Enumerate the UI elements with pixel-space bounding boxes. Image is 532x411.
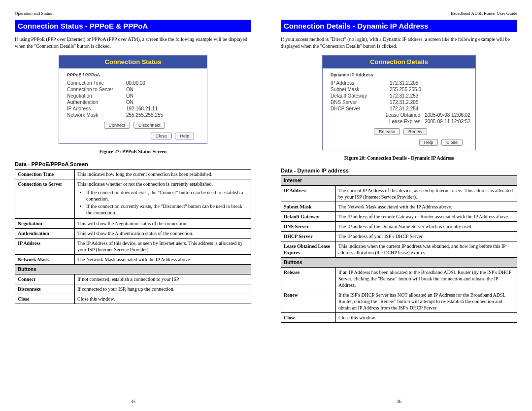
kv-key: Default Gateway — [331, 93, 390, 99]
kv-val: 00:00:00 — [126, 80, 145, 86]
section-cell: Buttons — [281, 258, 517, 268]
panel-btns-row2: Help Close — [331, 139, 470, 146]
table-row: DNS ServerThe IP address of the Domain N… — [281, 222, 517, 232]
table-row: CloseClose this window. — [15, 294, 251, 304]
cell-desc: This will show the Negotiation status of… — [75, 219, 251, 229]
table-row: ReleaseIf an IP Address has been allocat… — [281, 268, 517, 290]
cell-desc: Close this window. — [75, 294, 251, 304]
table-row: Connection to Server This indicates whet… — [15, 179, 251, 219]
section-cell: Buttons — [15, 265, 251, 274]
table-row: NegotiationThis will show the Negotiatio… — [15, 219, 251, 229]
cell-desc: The IP address of your ISP's DHCP Server… — [336, 232, 517, 241]
page-right: Broadband ADSL Router User Guide Connect… — [266, 0, 532, 411]
table-row: Default GatewayThe IP address of the rem… — [281, 212, 517, 222]
kv-row: Network Mask255.255.255.255 — [67, 112, 202, 118]
cell-desc: Close this window. — [336, 313, 517, 323]
kv-row: AuthenticationON — [67, 100, 202, 105]
cell-label: IP Address — [15, 239, 75, 255]
cell-desc: The Network Mask associated with the IP … — [75, 255, 251, 265]
panel-btns-row1: Release Renew — [331, 128, 470, 135]
kv-key: IP Address — [67, 106, 126, 111]
cell-desc: This will show the Authentication status… — [75, 229, 251, 239]
kv-row: IP Address172.31.2.205 — [331, 80, 470, 86]
cell-desc: If not connected, establish a connection… — [75, 274, 251, 284]
kv-val: 172.31.2.205 — [390, 80, 418, 86]
table-row: DHCP ServerThe IP address of your ISP's … — [281, 232, 517, 241]
cell-desc: If an IP Address has been allocated to t… — [336, 268, 517, 290]
document-spread: Operation and Status Connection Status -… — [0, 0, 532, 411]
kv-row: Connection to ServerON — [67, 87, 202, 92]
kv-val: 192.168.21.11 — [126, 106, 158, 111]
cell-desc: This indicates how long the current conn… — [75, 170, 251, 179]
release-button[interactable]: Release — [374, 128, 400, 135]
kv-row: IP Address192.168.21.11 — [67, 106, 202, 111]
list-item: If the connection currently exists, the … — [86, 203, 248, 216]
kv-row: Lease Expires:2005-09-11 12:02:52 — [331, 119, 470, 124]
kv-row: NegotiationON — [67, 93, 202, 99]
kv-key: DNS Server — [331, 100, 390, 105]
cell-label: Authentication — [15, 229, 75, 239]
intro-left: If using PPPoE (PPP over Ethernet) or PP… — [15, 36, 251, 49]
table-row: Lease Obtained Lease ExpiresThis indicat… — [281, 241, 517, 258]
table-section-row: Internet — [281, 176, 517, 186]
connection-status-panel: Connection Status PPPoE / PPPoA Connecti… — [59, 55, 207, 144]
section-cell: Internet — [281, 176, 517, 186]
panel-body-left: PPPoE / PPPoA Connection Time00:00:00 Co… — [59, 68, 207, 143]
kv-val: 172.31.2.254 — [390, 106, 418, 111]
data-heading-left: Data - PPPoE/PPPoA Screen — [15, 161, 251, 167]
renew-button[interactable]: Renew — [403, 128, 427, 135]
table-section-row: Buttons — [281, 258, 517, 268]
page-number-right: 36 — [266, 399, 532, 404]
kv-val: ON — [126, 100, 133, 105]
cell-desc: The current IP Address of this device, a… — [336, 186, 517, 202]
connect-button[interactable]: Connect — [104, 122, 131, 129]
kv-key: Lease Obtained: — [386, 112, 422, 118]
kv-val: 255.255.255.255 — [126, 112, 163, 118]
cell-desc: The Network Mask associated with the IP … — [336, 202, 517, 212]
kv-key: DHCP Server — [331, 106, 390, 111]
cell-label: Close — [15, 294, 75, 304]
cell-desc: If connected to your ISP, hang up the co… — [75, 284, 251, 294]
panel-btns-row2: Close Help — [67, 133, 202, 139]
cell-desc: The IP address of the Domain Name Server… — [336, 222, 517, 232]
disconnect-button[interactable]: Disconnect — [133, 122, 166, 129]
cell-label: Disconnect — [15, 284, 75, 294]
help-button[interactable]: Help — [419, 139, 438, 146]
table-row: DisconnectIf connected to your ISP, hang… — [15, 284, 251, 294]
kv-val: ON — [126, 93, 133, 99]
cell-label: Connection to Server — [15, 179, 75, 219]
table-row: ConnectIf not connected, establish a con… — [15, 274, 251, 284]
close-button[interactable]: Close — [441, 139, 463, 146]
table-row: Subnet MaskThe Network Mask associated w… — [281, 202, 517, 212]
kv-key: Connection Time — [67, 80, 126, 86]
cell-desc: If the ISP's DHCP Server has NOT allocat… — [336, 290, 517, 313]
kv-key: Negotiation — [67, 93, 126, 99]
kv-row: Lease Obtained:2005-09-08 12:06:02 — [331, 112, 470, 118]
cell-label: Network Mask — [15, 255, 75, 265]
kv-key: Connection to Server — [67, 87, 126, 92]
panel-body-right: Dynamic IP Address IP Address172.31.2.20… — [323, 68, 475, 150]
figure-caption-left: Figure 27: PPPoE Status Screen — [15, 149, 251, 154]
panel-title-left: Connection Status — [59, 56, 207, 68]
help-button[interactable]: Help — [175, 133, 194, 139]
page-number-left: 35 — [0, 399, 266, 404]
panel-wrap-left: Connection Status PPPoE / PPPoA Connecti… — [15, 55, 251, 144]
table-row: IP AddressThe IP Address of this device,… — [15, 239, 251, 255]
cell-desc: This indicates when the current IP addre… — [336, 241, 517, 258]
panel-title-right: Connection Details — [323, 56, 475, 68]
data-table-left: Connection TimeThis indicates how long t… — [15, 169, 251, 304]
table-row: IP AddressThe current IP Address of this… — [281, 186, 517, 202]
cell-label: DNS Server — [281, 222, 336, 232]
cell-desc: The IP address of the remote Gateway or … — [336, 212, 517, 222]
bullet-list: If the connection does not exist, the "C… — [86, 189, 248, 216]
table-row: CloseClose this window. — [281, 313, 517, 323]
close-button[interactable]: Close — [151, 133, 172, 139]
panel-btns-row1: Connect Disconnect — [67, 122, 202, 129]
cell-label: IP Address — [281, 186, 336, 202]
kv-val: 172.31.2.253 — [390, 93, 418, 99]
cell-desc: This indicates whether or not the connec… — [75, 179, 251, 219]
cell-label: Default Gateway — [281, 212, 336, 222]
cell-label: Negotiation — [15, 219, 75, 229]
kv-val: 2005-09-08 12:06:02 — [425, 112, 470, 118]
section-title-right: Connection Details - Dynamic IP Address — [281, 20, 517, 32]
